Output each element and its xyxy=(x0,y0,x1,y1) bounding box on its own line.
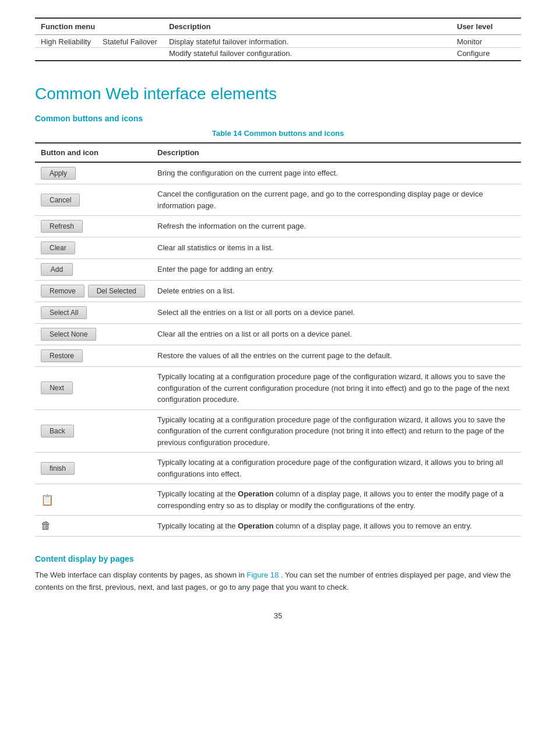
table-row: Select NoneClear all the entries on a li… xyxy=(35,324,521,345)
content-display-body-text: The Web interface can display contents b… xyxy=(35,570,245,579)
btn-cell-10: Back xyxy=(35,410,152,453)
btn-cell-1: Cancel xyxy=(35,184,152,216)
section-title: Common Web interface elements xyxy=(35,85,521,103)
buttons-table: Button and icon Description ApplyBring t… xyxy=(35,142,521,537)
figure-18-link[interactable]: Figure 18 xyxy=(247,570,279,579)
ui-button-next[interactable]: Next xyxy=(41,382,73,394)
description-cell-5: Delete entries on a list. xyxy=(152,281,521,302)
trash-icon: 🗑 xyxy=(41,520,51,531)
edit-icon: 📋 xyxy=(41,494,54,506)
btn-cell-8: Restore xyxy=(35,345,152,367)
description-cell-11: Typically locating at a configuration pr… xyxy=(152,453,521,484)
ui-button-back[interactable]: Back xyxy=(41,425,74,438)
row2-user-level: Configure xyxy=(451,48,521,61)
ui-button-apply[interactable]: Apply xyxy=(41,167,76,180)
top-table-col2-header: Description xyxy=(163,18,451,35)
btn-cell-2: Refresh xyxy=(35,216,152,237)
content-display-title: Content display by pages xyxy=(35,554,521,564)
btn-cell-11: finish xyxy=(35,453,152,484)
row-submenu-stateful-failover: Stateful Failover xyxy=(103,37,157,46)
ui-button-select-all[interactable]: Select All xyxy=(41,306,87,319)
description-cell-1: Cancel the configuration on the current … xyxy=(152,184,521,216)
btn-cell-6: Select All xyxy=(35,302,152,324)
table-row: finishTypically locating at a configurat… xyxy=(35,453,521,484)
ui-button-remove[interactable]: Remove xyxy=(41,285,85,298)
table-row: 📋Typically locating at the Operation col… xyxy=(35,484,521,516)
table-row: RefreshRefresh the information on the cu… xyxy=(35,216,521,237)
ui-button-refresh[interactable]: Refresh xyxy=(41,220,83,233)
ui-button-finish[interactable]: finish xyxy=(41,462,75,475)
table-row: RemoveDel SelectedDelete entries on a li… xyxy=(35,281,521,302)
row1-user-level: Monitor xyxy=(451,35,521,48)
table-row: CancelCancel the configuration on the cu… xyxy=(35,184,521,216)
table-row: High Reliability Stateful Failover Displ… xyxy=(35,35,521,48)
description-cell-13: Typically locating at the Operation colu… xyxy=(152,516,521,537)
table-row: AddEnter the page for adding an entry. xyxy=(35,259,521,281)
description-cell-9: Typically locating at a configuration pr… xyxy=(152,367,521,410)
ui-button-cancel[interactable]: Cancel xyxy=(41,194,80,206)
table-row: Modify stateful failover configuration. … xyxy=(35,48,521,61)
description-cell-3: Clear all statistics or items in a list. xyxy=(152,237,521,259)
btn-cell-4: Add xyxy=(35,259,152,281)
content-display-section: Content display by pages The Web interfa… xyxy=(35,554,521,594)
content-display-body: The Web interface can display contents b… xyxy=(35,569,521,594)
table-row: BackTypically locating at a configuratio… xyxy=(35,410,521,453)
table-title: Table 14 Common buttons and icons xyxy=(35,129,521,138)
btn-table-col1-header: Button and icon xyxy=(35,143,152,162)
btn-cell-12: 📋 xyxy=(35,484,152,516)
btn-table-col2-header: Description xyxy=(152,143,521,162)
description-cell-8: Restore the values of all the entries on… xyxy=(152,345,521,367)
table-row: Select AllSelect all the entries on a li… xyxy=(35,302,521,324)
subsection-title: Common buttons and icons xyxy=(35,114,521,123)
description-cell-12: Typically locating at the Operation colu… xyxy=(152,484,521,516)
ui-button-select-none[interactable]: Select None xyxy=(41,328,96,341)
btn-cell-0: Apply xyxy=(35,162,152,184)
page-number: 35 xyxy=(35,611,521,620)
description-cell-10: Typically locating at a configuration pr… xyxy=(152,410,521,453)
table-row: NextTypically locating at a configuratio… xyxy=(35,367,521,410)
description-cell-4: Enter the page for adding an entry. xyxy=(152,259,521,281)
ui-button-del-selected[interactable]: Del Selected xyxy=(88,285,145,298)
row-label-high-reliability: High Reliability xyxy=(41,37,91,46)
function-menu-cell: High Reliability Stateful Failover xyxy=(35,35,163,48)
table-row: 🗑Typically locating at the Operation col… xyxy=(35,516,521,537)
description-cell-2: Refresh the information on the current p… xyxy=(152,216,521,237)
row1-description: Display stateful failover information. xyxy=(163,35,451,48)
ui-button-add[interactable]: Add xyxy=(41,263,73,276)
ui-button-clear[interactable]: Clear xyxy=(41,242,75,254)
top-table-col3-header: User level xyxy=(451,18,521,35)
top-table-col1-header: Function menu xyxy=(35,18,163,35)
row2-func-empty xyxy=(35,48,163,61)
btn-cell-7: Select None xyxy=(35,324,152,345)
ui-button-restore[interactable]: Restore xyxy=(41,349,83,362)
btn-cell-9: Next xyxy=(35,367,152,410)
description-cell-0: Bring the configuration on the current p… xyxy=(152,162,521,184)
description-cell-7: Clear all the entries on a list or all p… xyxy=(152,324,521,345)
table-row: ApplyBring the configuration on the curr… xyxy=(35,162,521,184)
description-cell-6: Select all the entries on a list or all … xyxy=(152,302,521,324)
btn-cell-3: Clear xyxy=(35,237,152,259)
table-row: ClearClear all statistics or items in a … xyxy=(35,237,521,259)
top-table: Function menu Description User level Hig… xyxy=(35,18,521,61)
btn-cell-13: 🗑 xyxy=(35,516,152,537)
btn-cell-5: RemoveDel Selected xyxy=(35,281,152,302)
row2-description: Modify stateful failover configuration. xyxy=(163,48,451,61)
table-row: RestoreRestore the values of all the ent… xyxy=(35,345,521,367)
